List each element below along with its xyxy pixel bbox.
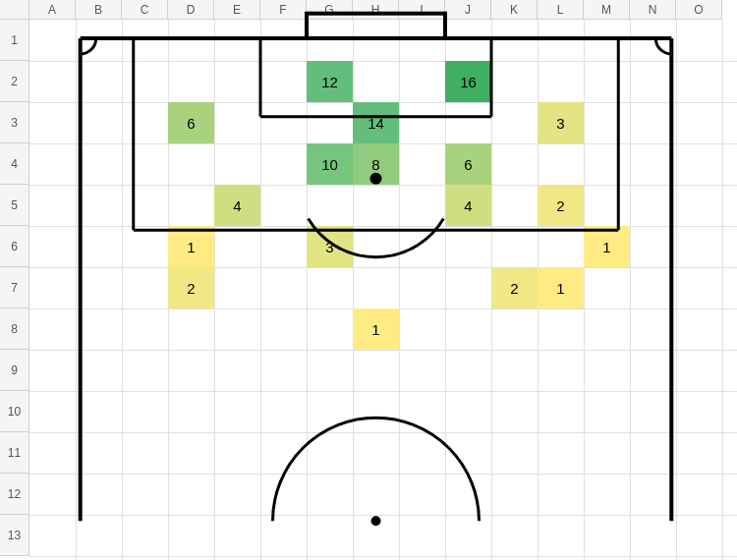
gridline-horizontal (29, 185, 737, 186)
gridline-horizontal (29, 474, 737, 475)
gridline-horizontal (29, 61, 737, 62)
row-header[interactable]: 13 (0, 515, 29, 556)
gridline-horizontal (29, 267, 737, 268)
gridline-vertical (722, 20, 723, 560)
svg-point-11 (371, 516, 381, 526)
gridline-horizontal (29, 391, 737, 392)
heatmap-cell[interactable]: 1 (353, 308, 399, 350)
gridline-horizontal (29, 515, 737, 516)
heatmap-cell[interactable]: 6 (445, 143, 491, 185)
heatmap-cell[interactable]: 14 (353, 102, 399, 143)
column-header[interactable]: L (538, 0, 584, 20)
heatmap-cell[interactable]: 1 (584, 226, 630, 267)
column-header[interactable]: D (168, 0, 214, 20)
gridline-vertical (260, 20, 261, 560)
heatmap-cell[interactable]: 2 (538, 185, 584, 226)
row-header[interactable]: 6 (0, 226, 29, 267)
heatmap-cell[interactable]: 10 (307, 143, 353, 185)
row-header[interactable]: 5 (0, 185, 29, 226)
gridline-vertical (76, 20, 77, 560)
gridline-horizontal (29, 432, 737, 433)
heatmap-cell[interactable]: 3 (307, 226, 353, 267)
column-header[interactable]: I (399, 0, 445, 20)
row-header[interactable]: 8 (0, 308, 29, 350)
gridline-vertical (676, 20, 677, 560)
spreadsheet[interactable]: ABCDEFGHIJKLMNO1234567891011121312166314… (0, 0, 737, 560)
column-header[interactable]: H (353, 0, 399, 20)
row-header[interactable]: 2 (0, 61, 29, 102)
gridline-horizontal (29, 556, 737, 557)
row-header[interactable]: 4 (0, 143, 29, 185)
row-header[interactable]: 7 (0, 267, 29, 308)
row-header[interactable]: 12 (0, 474, 29, 515)
gridline-vertical (399, 20, 400, 560)
row-header[interactable]: 11 (0, 432, 29, 474)
heatmap-cell[interactable]: 3 (538, 102, 584, 143)
gridline-vertical (214, 20, 215, 560)
heatmap-cell[interactable]: 1 (538, 267, 584, 308)
select-all-corner[interactable] (0, 0, 29, 20)
column-header[interactable]: K (491, 0, 538, 20)
column-header[interactable]: E (214, 0, 260, 20)
gridline-vertical (122, 20, 123, 560)
row-header[interactable]: 9 (0, 350, 29, 391)
row-header[interactable]: 1 (0, 20, 29, 61)
gridline-vertical (584, 20, 585, 560)
heatmap-cell[interactable]: 8 (353, 143, 399, 185)
column-header[interactable]: N (630, 0, 676, 20)
column-header[interactable]: B (76, 0, 122, 20)
heatmap-cell[interactable]: 6 (168, 102, 214, 143)
gridline-horizontal (29, 350, 737, 351)
column-header[interactable]: J (445, 0, 491, 20)
heatmap-cell[interactable]: 12 (307, 61, 353, 102)
column-header[interactable]: M (584, 0, 630, 20)
gridline-vertical (353, 20, 354, 560)
gridline-vertical (630, 20, 631, 560)
soccer-field-overlay (0, 0, 737, 560)
heatmap-cell[interactable]: 4 (214, 185, 260, 226)
heatmap-cell[interactable]: 4 (445, 185, 491, 226)
column-header[interactable]: A (29, 0, 76, 20)
gridline-horizontal (29, 226, 737, 227)
row-header[interactable]: 10 (0, 391, 29, 432)
column-header[interactable]: O (676, 0, 722, 20)
row-header[interactable]: 3 (0, 102, 29, 143)
column-header[interactable]: F (260, 0, 307, 20)
heatmap-cell[interactable]: 2 (168, 267, 214, 308)
column-header[interactable]: C (122, 0, 168, 20)
column-header[interactable]: G (307, 0, 353, 20)
heatmap-cell[interactable]: 16 (445, 61, 491, 102)
heatmap-cell[interactable]: 2 (491, 267, 538, 308)
heatmap-cell[interactable]: 1 (168, 226, 214, 267)
